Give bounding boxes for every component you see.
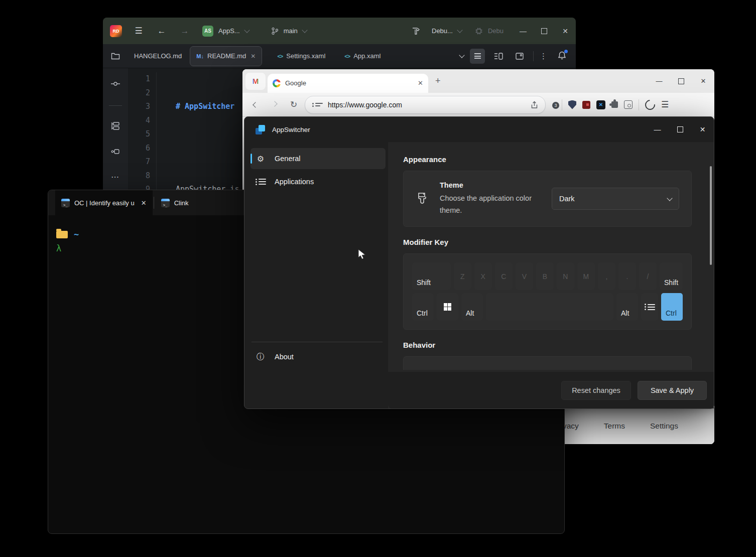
key-b[interactable]: B	[536, 262, 554, 290]
minimize-icon[interactable]: —	[646, 117, 669, 142]
forward-icon[interactable]: →	[176, 23, 193, 40]
divider	[251, 342, 383, 342]
divider	[154, 197, 154, 209]
tab-title: Google	[285, 79, 418, 87]
build-widget[interactable]	[411, 26, 421, 36]
project-tool-button[interactable]	[103, 52, 128, 60]
key-menu[interactable]	[641, 293, 658, 321]
sidebar-item-label: About	[275, 353, 294, 361]
back-icon[interactable]	[247, 97, 264, 113]
gear-icon: ⚙	[256, 154, 266, 164]
close-tab-icon[interactable]: ✕	[418, 79, 423, 87]
pinned-gmail-tab[interactable]: M	[245, 73, 266, 90]
tab-readme[interactable]: M↓ README.md ✕	[190, 46, 262, 66]
main-menu-icon[interactable]: ☰	[130, 23, 147, 40]
commit-icon[interactable]	[110, 79, 120, 90]
tab-list-chevron-icon[interactable]	[459, 52, 464, 58]
key-v[interactable]: V	[516, 262, 533, 290]
maximize-icon[interactable]	[669, 117, 691, 142]
key-alt-left[interactable]: Alt	[461, 293, 483, 321]
save-apply-button[interactable]: Save & Apply	[638, 381, 707, 400]
markdown-icon: M↓	[196, 53, 204, 59]
notifications-bell-icon[interactable]	[557, 51, 567, 62]
search-box-extension-icon[interactable]	[624, 100, 633, 109]
appearance-heading: Appearance	[403, 155, 692, 164]
new-tab-icon[interactable]: +	[435, 76, 441, 86]
settings-link[interactable]: Settings	[650, 422, 678, 431]
privacy-link[interactable]: vacy	[563, 422, 579, 431]
terminal-tab-2[interactable]: >_ Clink	[155, 190, 195, 215]
key-ctrl-right-selected[interactable]: Ctrl	[661, 293, 683, 321]
split-preview-icon[interactable]	[491, 49, 506, 64]
gmail-icon: M	[253, 77, 259, 85]
sidebar-item-about[interactable]: ⓘ About	[250, 346, 386, 367]
key-m[interactable]: M	[577, 262, 595, 290]
leo-ai-icon[interactable]	[643, 97, 657, 111]
branch-widget[interactable]: main	[271, 27, 307, 35]
rider-logo[interactable]: RD	[110, 25, 122, 37]
red-extension-icon[interactable]	[582, 101, 590, 109]
project-widget[interactable]: AS AppS...	[202, 26, 249, 37]
theme-card: Theme Choose the application color theme…	[403, 171, 692, 227]
key-ctrl-left[interactable]: Ctrl	[412, 293, 434, 321]
tab-app-xaml[interactable]: App.xaml	[338, 44, 387, 68]
preview-image-icon[interactable]	[512, 49, 527, 64]
behavior-heading: Behavior	[403, 341, 692, 349]
run-config-widget[interactable]: Debu...	[432, 27, 462, 35]
tab-changelog[interactable]: HANGELOG.md	[128, 44, 188, 68]
close-icon[interactable]: ✕	[691, 117, 714, 142]
services-icon[interactable]	[110, 148, 120, 157]
forward-icon[interactable]	[267, 97, 283, 113]
info-icon: ⓘ	[256, 352, 266, 362]
key-c[interactable]: C	[495, 262, 513, 290]
active-browser-tab[interactable]: Google ✕	[268, 74, 428, 93]
theme-select[interactable]: Dark	[552, 188, 679, 210]
key-alt-right[interactable]: Alt	[616, 293, 638, 321]
minimize-icon[interactable]: —	[648, 71, 670, 91]
minimize-icon[interactable]: —	[513, 18, 534, 44]
tab-settings-xaml[interactable]: Settings.xaml	[271, 44, 331, 68]
sidebar-item-applications[interactable]: Applications	[250, 171, 386, 192]
structure-icon[interactable]	[110, 121, 120, 133]
key-z[interactable]: Z	[454, 262, 471, 290]
maximize-icon[interactable]	[534, 18, 555, 44]
close-tab-icon[interactable]: ✕	[250, 53, 256, 60]
x-extension-icon[interactable]: ✕	[596, 100, 605, 109]
key-slash[interactable]: /	[639, 262, 657, 290]
close-icon[interactable]: ✕	[555, 18, 576, 44]
key-n[interactable]: N	[557, 262, 574, 290]
more-options-icon[interactable]: ⋮	[540, 52, 547, 61]
branch-name: main	[284, 27, 298, 35]
key-comma[interactable]: ,	[598, 262, 615, 290]
editor-view-icon[interactable]	[470, 49, 485, 64]
shield-extension-icon[interactable]	[568, 100, 576, 109]
terms-link[interactable]: Terms	[604, 422, 625, 431]
close-tab-icon[interactable]: ✕	[141, 199, 147, 207]
key-period[interactable]: .	[618, 262, 636, 290]
close-icon[interactable]: ✕	[692, 71, 714, 91]
key-space[interactable]	[486, 293, 613, 321]
address-bar[interactable]: https://www.google.com	[305, 96, 546, 114]
extensions-puzzle-icon[interactable]	[611, 101, 618, 108]
site-settings-icon[interactable]	[312, 103, 323, 106]
debug-widget[interactable]: Debu	[475, 27, 503, 35]
xaml-icon	[277, 52, 283, 60]
maximize-icon[interactable]	[670, 71, 692, 91]
back-icon[interactable]: ←	[153, 23, 170, 40]
reset-changes-button[interactable]: Reset changes	[561, 381, 631, 400]
terminal-tab-1[interactable]: >_ OC | Identify easily u ✕	[55, 190, 153, 215]
key-shift-left[interactable]: Shift	[412, 262, 451, 290]
scrollbar[interactable]	[710, 166, 712, 265]
url-text: https://www.google.com	[328, 101, 526, 109]
share-icon[interactable]	[531, 101, 538, 109]
key-x[interactable]: X	[474, 262, 492, 290]
key-win[interactable]	[437, 293, 458, 321]
behavior-card	[403, 356, 692, 370]
settings-scroll-area[interactable]: Appearance Theme Choose the application …	[388, 142, 714, 372]
menu-icon[interactable]: ☰	[661, 99, 669, 110]
reload-icon[interactable]: ↻	[286, 97, 302, 113]
key-shift-right[interactable]: Shift	[660, 262, 683, 290]
build-hammer-icon	[411, 26, 421, 36]
more-tools-icon[interactable]: ⋯	[111, 172, 120, 182]
sidebar-item-general[interactable]: ⚙ General	[250, 148, 386, 169]
